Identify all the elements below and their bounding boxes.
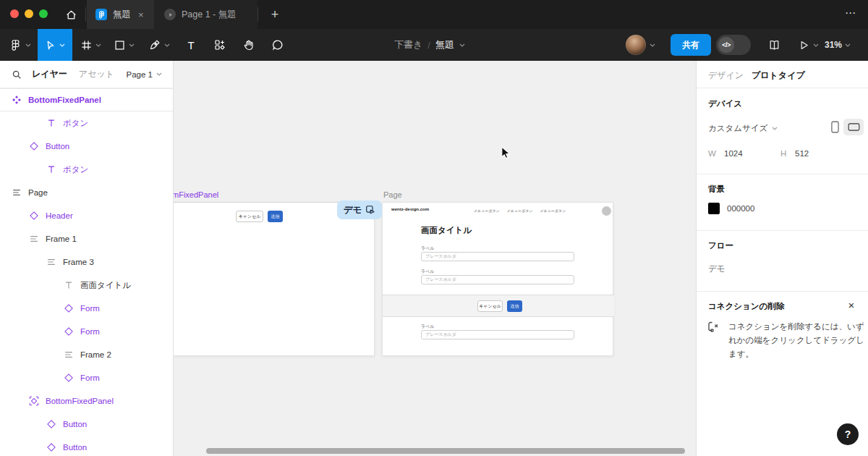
layer-row[interactable]: Button bbox=[0, 436, 173, 456]
layer-row[interactable]: Frame 2 bbox=[0, 343, 173, 366]
layer-row[interactable]: Form bbox=[0, 366, 173, 389]
tab-title: Page 1 - 無題 bbox=[182, 9, 237, 21]
mock-nav-menu: メニューボタン メニューボタン メニューボタン bbox=[474, 208, 566, 213]
window-more-menu[interactable]: ⋯ bbox=[838, 0, 864, 26]
share-button[interactable]: 共有 bbox=[671, 34, 711, 56]
rectangle-tool-icon bbox=[114, 40, 125, 51]
zoom-menu[interactable]: 31% bbox=[825, 29, 851, 61]
tab-close-icon[interactable]: × bbox=[138, 9, 144, 20]
canvas[interactable]: mFixedPanel Page キャンセル 送信 wentz-design.c… bbox=[174, 61, 696, 456]
layer-row[interactable]: ボタン bbox=[0, 158, 173, 181]
mock-input[interactable]: プレースホルダ bbox=[421, 252, 574, 261]
breadcrumb-file-name[interactable]: 無題 bbox=[435, 38, 454, 51]
mock-placeholder: プレースホルダ bbox=[425, 276, 456, 283]
move-tool-button-active[interactable] bbox=[38, 29, 72, 61]
layer-row[interactable]: Page bbox=[0, 181, 173, 204]
resources-tool-button[interactable] bbox=[207, 29, 233, 61]
width-value[interactable]: 1024 bbox=[724, 149, 743, 158]
tab-layers[interactable]: レイヤー bbox=[32, 68, 67, 80]
resources-icon bbox=[214, 39, 226, 51]
frame-tool-button[interactable] bbox=[75, 29, 107, 61]
layer-row[interactable]: Button bbox=[0, 413, 173, 436]
chevron-down-icon bbox=[650, 43, 655, 47]
layer-name: Frame 2 bbox=[80, 350, 111, 359]
library-button[interactable] bbox=[762, 29, 786, 61]
layer-row[interactable]: Header bbox=[0, 204, 173, 227]
mock-menu-item[interactable]: メニューボタン bbox=[474, 208, 500, 213]
mock-input[interactable]: プレースホルダ bbox=[421, 275, 574, 284]
comment-icon bbox=[272, 39, 284, 51]
pen-tool-button[interactable] bbox=[143, 29, 175, 61]
layer-row-instance[interactable]: BottomFixedPanel bbox=[0, 389, 173, 413]
orientation-portrait-button[interactable] bbox=[831, 121, 839, 133]
layer-row[interactable]: Form bbox=[0, 320, 173, 343]
layer-row[interactable]: Frame 1 bbox=[0, 227, 173, 250]
current-user-menu[interactable] bbox=[624, 29, 657, 61]
mock-cancel-button[interactable]: キャンセル bbox=[236, 211, 263, 222]
mock-submit-button[interactable]: 送信 bbox=[507, 300, 522, 312]
present-button[interactable] bbox=[794, 29, 823, 61]
zoom-window-button[interactable] bbox=[39, 9, 48, 18]
dev-mode-toggle[interactable]: </> bbox=[716, 35, 751, 55]
auto-layout-frame-icon bbox=[46, 257, 56, 267]
background-color-swatch[interactable] bbox=[708, 203, 720, 214]
layer-name: Form bbox=[80, 373, 100, 382]
width-label: W bbox=[708, 149, 716, 158]
home-icon bbox=[65, 9, 77, 21]
pen-tool-icon bbox=[149, 39, 161, 51]
canvas-frame-bottomfixedpanel[interactable]: キャンセル 送信 bbox=[174, 202, 375, 356]
main-menu-button[interactable] bbox=[6, 29, 35, 61]
flow-name[interactable]: デモ bbox=[708, 263, 726, 274]
tab-presentation[interactable]: Page 1 - 無題 bbox=[154, 0, 258, 29]
mock-cancel-button[interactable]: キャンセル bbox=[477, 300, 503, 312]
flow-start-badge[interactable]: デモ bbox=[337, 200, 382, 219]
horizontal-scrollbar[interactable] bbox=[206, 448, 685, 454]
page-selector[interactable]: Page 1 bbox=[127, 70, 169, 79]
height-value[interactable]: 512 bbox=[795, 149, 809, 158]
comment-tool-button[interactable] bbox=[265, 29, 291, 61]
mock-menu-item[interactable]: メニューボタン bbox=[540, 208, 566, 213]
mock-input[interactable]: プレースホルダ bbox=[421, 330, 574, 339]
layer-row-component[interactable]: BottomFixedPanel bbox=[0, 88, 173, 111]
frame-label-bottomfixedpanel[interactable]: mFixedPanel bbox=[174, 190, 218, 199]
shape-layer-icon bbox=[64, 303, 74, 313]
device-preset-dropdown[interactable]: カスタムサイズ bbox=[708, 123, 778, 134]
help-button[interactable]: ? bbox=[837, 423, 859, 445]
tab-separator bbox=[85, 7, 86, 22]
mock-submit-button[interactable]: 送信 bbox=[268, 211, 283, 222]
canvas-frame-page[interactable]: wentz-design.com メニューボタン メニューボタン メニューボタン… bbox=[382, 202, 613, 356]
instance-icon bbox=[29, 396, 39, 406]
tab-assets[interactable]: アセット bbox=[79, 68, 114, 80]
flow-name: デモ bbox=[344, 204, 362, 216]
help-text-line: ます。 bbox=[728, 347, 866, 361]
background-hex-value[interactable]: 000000 bbox=[727, 204, 754, 213]
tab-untitled-file[interactable]: 無題 × bbox=[87, 0, 154, 29]
layer-row[interactable]: 画面タイトル bbox=[0, 274, 173, 297]
new-tab-button[interactable]: + bbox=[263, 0, 286, 29]
zoom-level: 31% bbox=[825, 40, 842, 50]
layer-row[interactable]: Form bbox=[0, 297, 173, 320]
minimize-window-button[interactable] bbox=[25, 9, 33, 18]
mock-bottom-fixed-panel[interactable]: キャンセル 送信 bbox=[383, 295, 614, 317]
mock-field-label: ラベル bbox=[421, 245, 434, 252]
layer-row[interactable]: Frame 3 bbox=[0, 250, 173, 274]
close-icon[interactable]: × bbox=[845, 298, 858, 311]
close-window-button[interactable] bbox=[10, 9, 19, 18]
layer-name: Header bbox=[46, 211, 73, 220]
tab-design[interactable]: デザイン bbox=[708, 69, 744, 82]
shape-tool-button[interactable] bbox=[109, 29, 140, 61]
layer-row[interactable]: ボタン bbox=[0, 111, 173, 135]
tab-prototype[interactable]: プロトタイプ bbox=[752, 69, 805, 82]
layer-name: 画面タイトル bbox=[80, 280, 131, 291]
layer-row[interactable]: Button bbox=[0, 135, 173, 158]
text-tool-button[interactable]: T bbox=[178, 29, 204, 61]
frame-label-page[interactable]: Page bbox=[383, 190, 402, 199]
mock-menu-item[interactable]: メニューボタン bbox=[507, 208, 533, 213]
search-icon[interactable] bbox=[12, 69, 22, 80]
chevron-down-icon bbox=[845, 43, 851, 47]
mock-avatar bbox=[602, 206, 611, 216]
breadcrumb-project[interactable]: 下書き bbox=[394, 38, 422, 51]
home-button[interactable] bbox=[61, 6, 81, 23]
hand-tool-button[interactable] bbox=[236, 29, 262, 61]
orientation-landscape-button-active[interactable] bbox=[843, 119, 864, 135]
